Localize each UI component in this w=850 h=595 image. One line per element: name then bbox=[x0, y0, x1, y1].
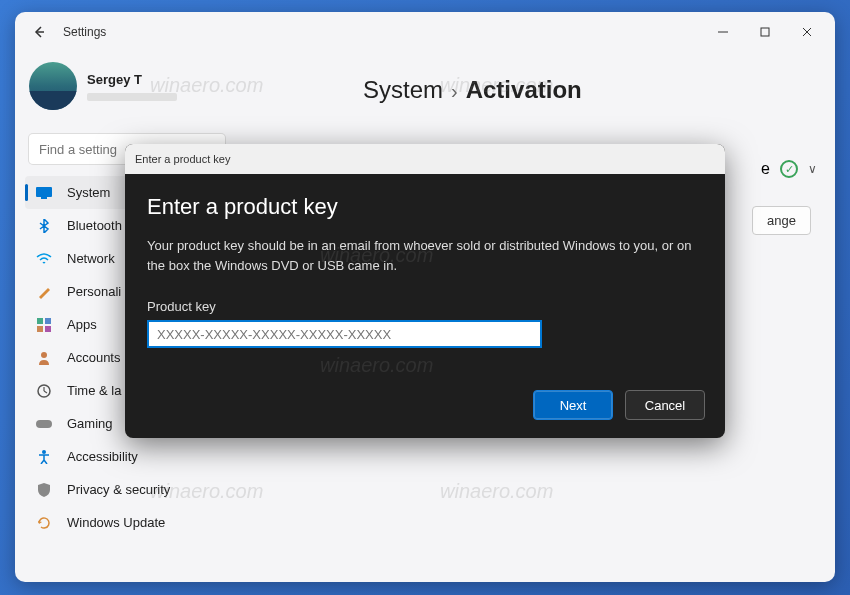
svg-rect-9 bbox=[37, 326, 43, 332]
sidebar-item-accessibility[interactable]: Accessibility bbox=[25, 440, 229, 473]
update-icon bbox=[35, 514, 53, 532]
sidebar-item-label: Bluetooth bbox=[67, 218, 122, 233]
dialog-description: Your product key should be in an email f… bbox=[147, 236, 703, 275]
apps-icon bbox=[35, 316, 53, 334]
change-button[interactable]: ange bbox=[752, 206, 811, 235]
user-name: Sergey T bbox=[87, 72, 177, 87]
breadcrumb: System › Activation bbox=[363, 76, 807, 104]
maximize-button[interactable] bbox=[757, 24, 773, 40]
svg-point-11 bbox=[41, 352, 47, 358]
activation-status-row[interactable]: e ✓ ∨ bbox=[761, 160, 817, 178]
avatar bbox=[29, 62, 77, 110]
close-icon bbox=[801, 26, 813, 38]
sidebar-item-label: Accounts bbox=[67, 350, 120, 365]
back-button[interactable] bbox=[25, 18, 53, 46]
breadcrumb-current: Activation bbox=[466, 76, 582, 104]
svg-rect-15 bbox=[36, 420, 52, 428]
product-key-input[interactable] bbox=[147, 320, 542, 348]
chevron-down-icon: ∨ bbox=[808, 162, 817, 176]
wifi-icon bbox=[35, 250, 53, 268]
svg-point-16 bbox=[42, 450, 46, 454]
user-email-placeholder bbox=[87, 93, 177, 101]
svg-rect-10 bbox=[45, 326, 51, 332]
svg-rect-7 bbox=[37, 318, 43, 324]
svg-rect-2 bbox=[761, 28, 769, 36]
gamepad-icon bbox=[35, 415, 53, 433]
brush-icon bbox=[35, 283, 53, 301]
sidebar-item-label: Network bbox=[67, 251, 115, 266]
breadcrumb-parent[interactable]: System bbox=[363, 76, 443, 104]
sidebar-item-label: Personali bbox=[67, 284, 121, 299]
sidebar-item-privacy[interactable]: Privacy & security bbox=[25, 473, 229, 506]
system-icon bbox=[35, 184, 53, 202]
person-icon bbox=[35, 349, 53, 367]
accessibility-icon bbox=[35, 448, 53, 466]
close-button[interactable] bbox=[799, 24, 815, 40]
sidebar-item-label: Privacy & security bbox=[67, 482, 170, 497]
sidebar-item-label: Windows Update bbox=[67, 515, 165, 530]
svg-rect-6 bbox=[41, 197, 47, 199]
chevron-right-icon: › bbox=[451, 80, 458, 103]
svg-line-14 bbox=[44, 391, 47, 393]
window-title: Settings bbox=[63, 25, 106, 39]
shield-icon bbox=[35, 481, 53, 499]
sidebar-item-label: Time & la bbox=[67, 383, 121, 398]
sidebar-item-label: Apps bbox=[67, 317, 97, 332]
bluetooth-icon bbox=[35, 217, 53, 235]
check-circle-icon: ✓ bbox=[780, 160, 798, 178]
sidebar-item-label: System bbox=[67, 185, 110, 200]
window-controls bbox=[715, 24, 825, 40]
svg-rect-8 bbox=[45, 318, 51, 324]
arrow-left-icon bbox=[32, 25, 46, 39]
next-button[interactable]: Next bbox=[533, 390, 613, 420]
user-profile[interactable]: Sergey T bbox=[19, 56, 235, 122]
maximize-icon bbox=[759, 26, 771, 38]
minimize-icon bbox=[717, 26, 729, 38]
svg-rect-5 bbox=[36, 187, 52, 197]
dialog-titlebar: Enter a product key bbox=[125, 144, 725, 174]
sidebar-item-label: Gaming bbox=[67, 416, 113, 431]
sidebar-item-label: Accessibility bbox=[67, 449, 138, 464]
clock-icon bbox=[35, 382, 53, 400]
sidebar-item-update[interactable]: Windows Update bbox=[25, 506, 229, 539]
product-key-label: Product key bbox=[147, 299, 703, 314]
minimize-button[interactable] bbox=[715, 24, 731, 40]
dialog-heading: Enter a product key bbox=[147, 194, 703, 220]
product-key-dialog: Enter a product key Enter a product key … bbox=[125, 144, 725, 438]
status-text: e bbox=[761, 160, 770, 178]
title-bar: Settings bbox=[15, 12, 835, 52]
cancel-button[interactable]: Cancel bbox=[625, 390, 705, 420]
